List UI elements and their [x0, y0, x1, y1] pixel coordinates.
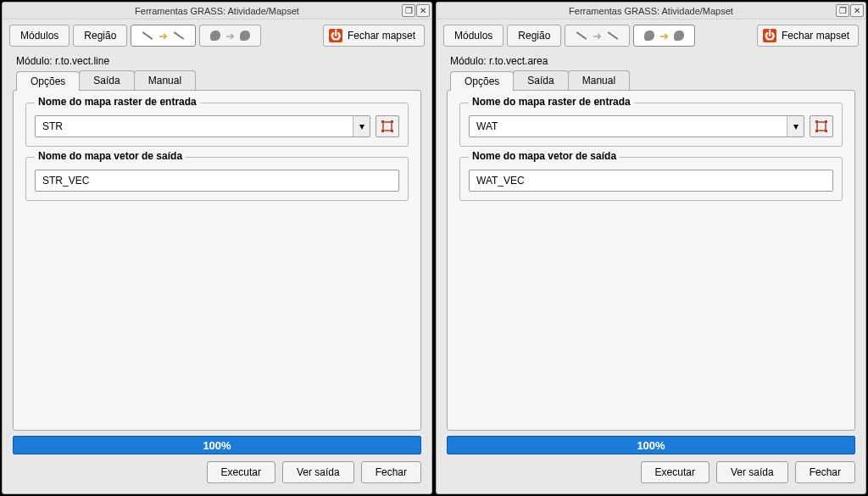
line-icon: [576, 31, 587, 40]
subtab-manual[interactable]: Manual: [568, 70, 630, 90]
window-title: Ferramentas GRASS: Atividade/Mapset: [135, 6, 299, 16]
progress-label: 100%: [637, 439, 665, 452]
tab-area-tool[interactable]: ➔: [633, 25, 695, 47]
svg-rect-9: [825, 130, 827, 132]
region-select-button[interactable]: [376, 115, 399, 137]
arrow-icon: ➔: [225, 30, 235, 42]
content-area: Nome do mapa raster de entrada ▾ Nome do…: [13, 90, 421, 431]
line-icon: [174, 31, 185, 40]
close-icon[interactable]: ✕: [850, 4, 864, 17]
module-label: Módulo: r.to.vect.area: [437, 47, 865, 70]
view-output-button[interactable]: Ver saída: [282, 461, 354, 483]
legend-output: Nome do mapa vetor de saída: [35, 150, 186, 162]
power-icon: ⏻: [329, 29, 342, 42]
legend-output: Nome do mapa vetor de saída: [469, 150, 620, 162]
grass-tool-window-right: Ferramentas GRASS: Atividade/Mapset ❐ ✕ …: [436, 2, 866, 494]
close-mapset-button[interactable]: ⏻ Fechar mapset: [323, 25, 425, 47]
button-row: Executar Ver saída Fechar: [3, 461, 431, 493]
tab-line-tool[interactable]: ➔: [565, 25, 630, 47]
subtab-opcoes[interactable]: Opções: [450, 71, 514, 91]
close-mapset-button[interactable]: ⏻ Fechar mapset: [757, 25, 859, 47]
input-raster-combo[interactable]: ▾: [35, 115, 370, 137]
input-raster-combo[interactable]: ▾: [469, 115, 804, 137]
svg-rect-2: [391, 120, 393, 123]
legend-input: Nome do mapa raster de entrada: [35, 96, 200, 108]
subtab-opcoes[interactable]: Opções: [16, 71, 80, 91]
fieldset-input: Nome do mapa raster de entrada ▾: [25, 103, 409, 147]
svg-rect-0: [383, 122, 392, 131]
legend-input: Nome do mapa raster de entrada: [469, 96, 634, 108]
polygon-icon: [210, 31, 220, 41]
run-button[interactable]: Executar: [207, 461, 275, 483]
content-area: Nome do mapa raster de entrada ▾ Nome do…: [447, 90, 855, 431]
tab-regiao[interactable]: Região: [73, 25, 127, 47]
svg-rect-6: [815, 120, 818, 123]
svg-rect-3: [381, 130, 384, 132]
line-icon: [142, 31, 153, 40]
view-output-button[interactable]: Ver saída: [716, 461, 788, 483]
close-button[interactable]: Fechar: [361, 461, 421, 483]
close-mapset-label: Fechar mapset: [782, 30, 849, 42]
svg-rect-5: [817, 122, 826, 131]
region-select-button[interactable]: [810, 115, 833, 137]
svg-rect-1: [381, 120, 384, 123]
toolbar: Módulos Região ➔ ➔ ⏻ Fechar mapset: [3, 20, 431, 47]
fieldset-output: Nome do mapa vetor de saída: [459, 157, 843, 201]
progress-bar: 100%: [13, 436, 421, 454]
input-raster-field[interactable]: [36, 116, 353, 137]
titlebar: Ferramentas GRASS: Atividade/Mapset ❐ ✕: [437, 3, 865, 20]
fieldset-output: Nome do mapa vetor de saída: [25, 157, 409, 201]
module-label: Módulo: r.to.vect.line: [3, 47, 431, 70]
subtabs: Opções Saída Manual: [437, 70, 865, 90]
svg-rect-4: [391, 130, 393, 132]
close-mapset-label: Fechar mapset: [348, 30, 415, 42]
arrow-icon: ➔: [659, 30, 669, 42]
toolbar: Módulos Região ➔ ➔ ⏻ Fechar mapset: [437, 20, 865, 47]
close-icon[interactable]: ✕: [416, 4, 430, 17]
button-row: Executar Ver saída Fechar: [437, 461, 865, 493]
subtab-saida[interactable]: Saída: [79, 70, 134, 90]
chevron-down-icon[interactable]: ▾: [787, 116, 804, 137]
detach-icon[interactable]: ❐: [402, 4, 415, 17]
polygon-icon: [674, 31, 684, 41]
tab-area-tool[interactable]: ➔: [199, 25, 261, 47]
title-controls: ❐ ✕: [402, 4, 430, 17]
grass-tool-window-left: Ferramentas GRASS: Atividade/Mapset ❐ ✕ …: [2, 2, 432, 494]
tab-modulos[interactable]: Módulos: [9, 25, 70, 47]
close-button[interactable]: Fechar: [795, 461, 855, 483]
tab-line-tool[interactable]: ➔: [131, 25, 196, 47]
power-icon: ⏻: [763, 29, 776, 42]
detach-icon[interactable]: ❐: [836, 4, 849, 17]
subtab-manual[interactable]: Manual: [134, 70, 196, 90]
progress-bar: 100%: [447, 436, 855, 454]
run-button[interactable]: Executar: [641, 461, 709, 483]
arrow-icon: ➔: [593, 30, 602, 42]
polygon-icon: [240, 31, 250, 41]
progress-label: 100%: [203, 439, 231, 452]
titlebar: Ferramentas GRASS: Atividade/Mapset ❐ ✕: [3, 3, 431, 20]
output-vector-field[interactable]: [35, 170, 399, 192]
title-controls: ❐ ✕: [836, 4, 864, 17]
window-title: Ferramentas GRASS: Atividade/Mapset: [569, 6, 733, 16]
input-raster-field[interactable]: [470, 116, 787, 137]
svg-rect-8: [815, 130, 818, 132]
tab-modulos[interactable]: Módulos: [443, 25, 504, 47]
chevron-down-icon[interactable]: ▾: [353, 116, 370, 137]
arrow-icon: ➔: [159, 30, 168, 42]
output-vector-field[interactable]: [469, 170, 833, 192]
line-icon: [608, 31, 619, 40]
svg-rect-7: [825, 120, 827, 123]
subtab-saida[interactable]: Saída: [513, 70, 568, 90]
subtabs: Opções Saída Manual: [3, 70, 431, 90]
fieldset-input: Nome do mapa raster de entrada ▾: [459, 103, 843, 147]
tab-regiao[interactable]: Região: [507, 25, 561, 47]
polygon-icon: [644, 31, 654, 41]
